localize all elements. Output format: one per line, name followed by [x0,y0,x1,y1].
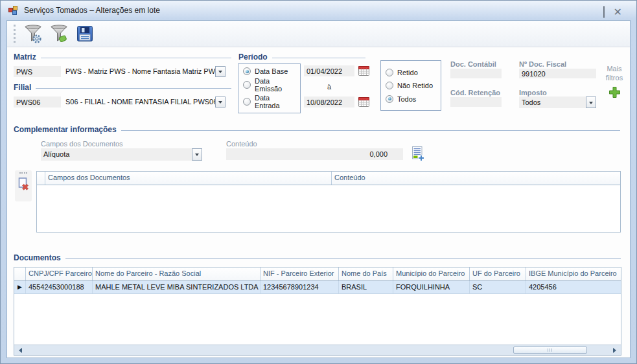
client-area: Matriz PWS PWS - Matriz PWS - Nome Fanta… [6,20,631,358]
minimize-icon [603,6,605,18]
radio-retido[interactable]: Retido [386,69,436,76]
chevron-down-icon[interactable] [586,97,596,108]
column-header[interactable]: CNPJ/CPF Parceiro [26,267,93,280]
row-selector[interactable]: ▶ [14,281,26,293]
date-from-field[interactable]: 01/04/2022 [304,65,354,76]
radio-data-entrada[interactable]: Data Entrada [243,94,295,109]
grid-corner-cell [37,172,45,185]
toolbar-grip[interactable] [14,25,16,43]
column-header[interactable]: Nome do Parceiro - Razão Social [93,267,261,280]
radio-data-base[interactable]: Data Base [243,67,295,75]
cell-ibge[interactable]: 4205456 [526,281,621,293]
campos-combo[interactable]: Alíquota [41,148,202,161]
scroll-left-icon[interactable] [16,348,22,353]
column-header-campos[interactable]: Campos dos Documentos [45,172,332,185]
complementar-section-header: Complementar informações [14,125,620,134]
chevron-down-icon[interactable] [215,97,226,108]
window-title: Serviços Tomados – Alterações em lote [24,6,160,15]
cell-nif[interactable]: 12345678901234 [261,281,339,293]
grid-corner-cell [14,267,26,280]
documentos-grid-header: CNPJ/CPF Parceiro Nome do Parceiro - Raz… [14,267,621,281]
doc-fiscal-field[interactable]: 991020 [519,69,596,78]
column-header[interactable]: Nome do País [339,267,393,280]
radio-selected-icon [386,95,393,103]
documentos-grid-body[interactable] [14,294,621,345]
minimize-button[interactable] [603,6,605,18]
conteudo-label: Conteúdo [226,140,257,148]
grid-side-toolbar [15,170,32,201]
radio-icon [243,98,251,106]
matriz-combo-value: PWS - Matriz PWS - Nome Fantasia Matriz … [65,67,220,75]
doc-contabil-field[interactable] [450,69,502,78]
documentos-grid: CNPJ/CPF Parceiro Nome do Parceiro - Raz… [14,267,621,356]
remove-row-button[interactable] [17,176,30,195]
date-range-separator: à [304,83,354,91]
filter-config-button[interactable] [21,22,45,45]
column-header[interactable]: Município do Parceiro [393,267,470,280]
form-content: Matriz PWS PWS - Matriz PWS - Nome Fanta… [7,47,630,358]
conteudo-field[interactable]: 0,000 [226,148,403,160]
matriz-section-header: Matriz [14,52,231,62]
mais-filtros-label: Mais filtros [598,64,631,82]
title-bar[interactable]: Serviços Tomados – Alterações em lote ✕ [1,1,636,20]
save-button[interactable] [73,22,97,45]
documentos-section-header: Documentos [14,253,621,262]
campos-label: Campos dos Documentos [41,140,123,148]
mais-filtros-button[interactable] [608,86,621,101]
calendar-icon [358,65,369,76]
add-row-icon [410,146,425,162]
cod-retencao-label: Cód. Retenção [450,89,500,97]
cell-cnpj[interactable]: 45542453000188 [26,281,93,293]
cod-retencao-field[interactable] [450,97,502,107]
cell-pais[interactable]: BRASIL [339,281,393,293]
add-row-button[interactable] [410,146,425,165]
horizontal-scrollbar[interactable] [14,345,621,355]
column-header[interactable]: UF do Parceiro [470,267,526,280]
matriz-code-field[interactable]: PWS [14,66,61,77]
radio-icon [386,69,393,76]
calendar-icon [358,97,369,108]
toolbar-grip[interactable] [19,172,27,174]
filial-section-header: Filial [14,83,231,92]
filial-label: Filial [14,83,31,92]
imposto-combo[interactable]: Todos [519,97,596,108]
cell-uf[interactable]: SC [470,281,526,293]
app-icon [8,6,19,16]
campos-grid: Campos dos Documentos Conteúdo [36,171,621,233]
close-button[interactable]: ✕ [614,6,622,18]
remove-row-icon [17,176,30,192]
radio-selected-icon [243,67,251,75]
chevron-down-icon[interactable] [215,66,226,77]
radio-icon [243,81,251,89]
calendar-to-button[interactable] [358,97,369,110]
radio-data-emissao[interactable]: Data Emissão [243,77,295,93]
filial-combo[interactable]: S06 - FILIAL - NOME FANTASIA FILIAL PWS0… [65,97,226,108]
periodo-label: Período [238,52,268,62]
campos-grid-body[interactable] [37,185,620,232]
column-header[interactable]: NIF - Parceiro Exterior [261,267,339,280]
radio-todos[interactable]: Todos [386,95,436,103]
scroll-right-icon[interactable] [613,348,619,353]
matriz-combo[interactable]: PWS - Matriz PWS - Nome Fantasia Matriz … [65,66,226,77]
table-row[interactable]: ▶ 45542453000188 MAHLE METAL LEVE MIBA S… [14,281,621,294]
radio-nao-retido[interactable]: Não Retido [386,82,436,89]
close-icon: ✕ [614,6,622,17]
app-window: Serviços Tomados – Alterações em lote ✕ [0,0,637,364]
periodo-radio-group: Data Base Data Emissão Data Entrada [238,63,301,113]
cell-municipio[interactable]: FORQUILHINHA [393,281,470,293]
imposto-label: Imposto [519,89,547,97]
scrollbar-thumb[interactable] [513,347,587,354]
chevron-down-icon[interactable] [192,148,202,161]
calendar-from-button[interactable] [358,65,369,79]
documentos-label: Documentos [14,253,61,262]
main-toolbar [7,21,630,47]
filial-code-field[interactable]: PWS06 [14,97,61,108]
date-to-field[interactable]: 10/08/2022 [304,97,354,108]
imposto-combo-value: Todos [522,98,540,106]
matriz-label: Matriz [14,52,36,62]
filter-clear-button[interactable] [47,22,71,45]
complementar-label: Complementar informações [14,125,117,134]
column-header-conteudo[interactable]: Conteúdo [332,172,620,185]
column-header[interactable]: IBGE Município do Parceiro [526,267,621,280]
cell-razao-social[interactable]: MAHLE METAL LEVE MIBA SINTERIZADOS LTDA [93,281,261,293]
